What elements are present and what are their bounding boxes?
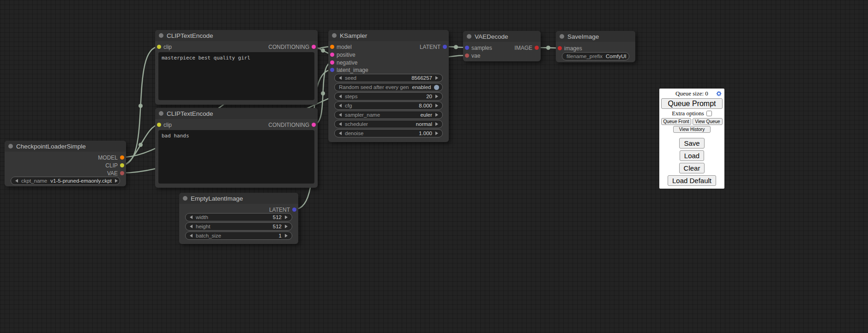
increment-arrow-icon[interactable]	[285, 234, 288, 238]
load-default-button[interactable]: Load Default	[668, 175, 716, 186]
batch-size-widget[interactable]: batch_size 1	[185, 232, 292, 240]
scheduler-widget[interactable]: scheduler normal	[334, 120, 443, 128]
latent-output-slot[interactable]	[292, 208, 296, 212]
link-midpoint-dot	[139, 143, 143, 147]
decrement-arrow-icon[interactable]	[190, 225, 193, 228]
image-output-slot[interactable]	[535, 46, 539, 50]
widget-label: Random seed after every gen	[339, 84, 409, 90]
slot-row: vae	[463, 52, 541, 59]
decrement-arrow-icon[interactable]	[339, 76, 342, 80]
decrement-arrow-icon[interactable]	[15, 179, 18, 183]
collapse-dot-icon[interactable]	[332, 33, 337, 38]
node-save-image[interactable]: SaveImage images filename_prefix ComfyUI	[556, 31, 635, 62]
decrement-arrow-icon[interactable]	[339, 95, 342, 98]
slot-row: MODEL	[5, 154, 126, 161]
widget-value: 8.000	[419, 103, 432, 108]
load-button[interactable]: Load	[680, 150, 704, 161]
clip-output-slot[interactable]	[120, 163, 124, 167]
increment-arrow-icon[interactable]	[435, 131, 438, 135]
decrement-arrow-icon[interactable]	[190, 234, 193, 238]
latent-image-input-slot[interactable]	[330, 68, 334, 72]
node-vae-decode[interactable]: VAEDecode samples IMAGE vae	[463, 31, 541, 61]
increment-arrow-icon[interactable]	[435, 76, 438, 80]
node-title-bar[interactable]: CLIPTextEncode	[155, 108, 318, 119]
node-title-bar[interactable]: VAEDecode	[463, 31, 541, 42]
collapse-dot-icon[interactable]	[159, 33, 163, 38]
save-button[interactable]: Save	[679, 138, 704, 149]
ckpt-name-widget[interactable]: ckpt_name v1-5-pruned-emaonly.ckpt	[11, 177, 120, 185]
queue-size-label: Queue size: 0	[675, 90, 708, 97]
slot-label: vae	[471, 53, 480, 59]
widget-label: cfg	[345, 103, 352, 108]
widget-label: width	[196, 214, 208, 220]
increment-arrow-icon[interactable]	[285, 215, 288, 219]
node-title: SaveImage	[567, 33, 599, 40]
images-input-slot[interactable]	[558, 46, 562, 50]
collapse-dot-icon[interactable]	[159, 111, 163, 116]
collapse-dot-icon[interactable]	[560, 34, 564, 39]
decrement-arrow-icon[interactable]	[339, 104, 342, 107]
vae-input-slot[interactable]	[465, 54, 469, 58]
widget-label: height	[196, 224, 210, 229]
increment-arrow-icon[interactable]	[435, 122, 438, 126]
slot-label: LATENT	[269, 207, 290, 213]
vae-output-slot[interactable]	[120, 171, 124, 175]
collapse-dot-icon[interactable]	[183, 196, 187, 201]
collapse-dot-icon[interactable]	[467, 34, 471, 39]
decrement-arrow-icon[interactable]	[339, 131, 342, 135]
view-history-button[interactable]: View History	[673, 126, 711, 133]
latent-output-slot[interactable]	[443, 45, 447, 49]
seed-widget[interactable]: seed 8566257	[334, 74, 443, 82]
node-checkpoint-loader[interactable]: CheckpointLoaderSimple MODEL CLIP VAE ck…	[5, 141, 126, 186]
height-widget[interactable]: height 512	[185, 222, 292, 231]
cfg-widget[interactable]: cfg 8.000	[334, 101, 443, 110]
negative-input-slot[interactable]	[330, 60, 334, 65]
widget-label: steps	[345, 94, 358, 99]
increment-arrow-icon[interactable]	[115, 179, 118, 183]
sampler-name-widget[interactable]: sampler_name euler	[334, 111, 443, 119]
queue-prompt-button[interactable]: Queue Prompt	[661, 98, 723, 109]
toggle-knob-icon[interactable]	[434, 85, 439, 90]
node-title-bar[interactable]: CheckpointLoaderSimple	[5, 141, 126, 152]
node-ksampler[interactable]: KSampler model LATENT positive negative …	[328, 30, 449, 142]
positive-input-slot[interactable]	[330, 53, 334, 57]
link-midpoint-dot	[546, 46, 550, 50]
conditioning-output-slot[interactable]	[312, 45, 316, 49]
slot-row: images	[556, 44, 635, 52]
random-seed-toggle-widget[interactable]: Random seed after every gen enabled	[334, 83, 443, 91]
queue-front-button[interactable]: Queue Front	[661, 118, 691, 125]
slot-label: latent_image	[337, 67, 368, 73]
node-empty-latent-image[interactable]: EmptyLatentImage LATENT width 512 height…	[179, 193, 298, 244]
denoise-widget[interactable]: denoise 1.000	[334, 129, 443, 137]
node-title-bar[interactable]: SaveImage	[556, 31, 635, 42]
width-widget[interactable]: width 512	[185, 213, 292, 221]
extra-options-checkbox[interactable]	[706, 111, 712, 116]
positive-prompt-textarea[interactable]: masterpiece best quality girl	[158, 52, 314, 100]
increment-arrow-icon[interactable]	[435, 104, 438, 107]
view-queue-button[interactable]: View Queue	[693, 118, 723, 125]
node-title-bar[interactable]: EmptyLatentImage	[179, 193, 298, 204]
clear-button[interactable]: Clear	[679, 163, 705, 173]
steps-widget[interactable]: steps 20	[334, 92, 443, 101]
node-title-bar[interactable]: KSampler	[328, 30, 449, 41]
node-title-bar[interactable]: CLIPTextEncode	[155, 30, 318, 41]
filename-prefix-widget[interactable]: filename_prefix ComfyUI	[562, 52, 629, 60]
increment-arrow-icon[interactable]	[435, 113, 438, 117]
increment-arrow-icon[interactable]	[435, 95, 438, 98]
collapse-dot-icon[interactable]	[8, 144, 13, 149]
slot-label: CLIP	[105, 162, 118, 169]
decrement-arrow-icon[interactable]	[339, 113, 342, 117]
node-title: CLIPTextEncode	[167, 32, 213, 39]
node-clip-text-encode-negative[interactable]: CLIPTextEncode clip CONDITIONING bad han…	[155, 108, 318, 188]
negative-prompt-textarea[interactable]: bad hands	[158, 130, 314, 184]
decrement-arrow-icon[interactable]	[190, 215, 193, 219]
widget-value: 1	[279, 233, 282, 238]
model-output-slot[interactable]	[120, 155, 124, 160]
node-clip-text-encode-positive[interactable]: CLIPTextEncode clip CONDITIONING masterp…	[155, 30, 318, 105]
comfyui-canvas[interactable]: { "colors": { "MODEL": "#ff8000", "CLIP"…	[0, 0, 868, 333]
widget-value: euler	[420, 112, 432, 118]
settings-gear-icon[interactable]	[716, 90, 722, 97]
conditioning-output-slot[interactable]	[312, 123, 316, 127]
increment-arrow-icon[interactable]	[285, 225, 288, 228]
decrement-arrow-icon[interactable]	[339, 122, 342, 126]
